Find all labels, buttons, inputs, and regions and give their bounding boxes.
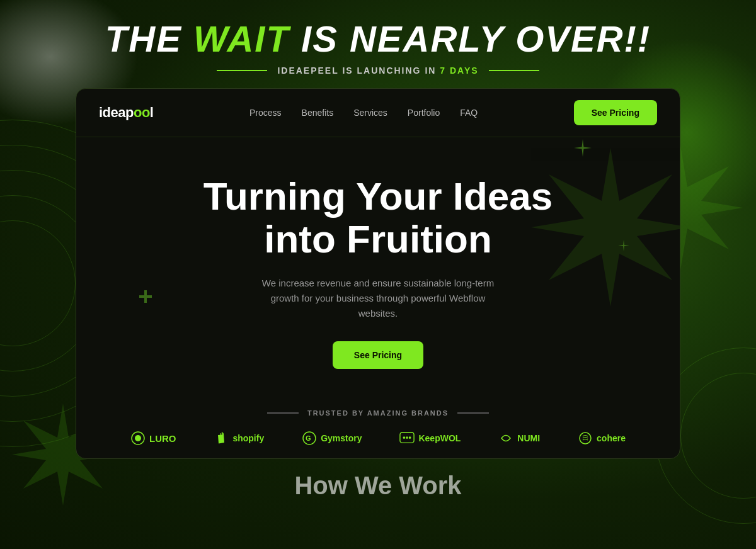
subheadline-line-right xyxy=(489,70,539,71)
nav-faq[interactable]: FAQ xyxy=(460,108,478,118)
svg-point-12 xyxy=(409,436,411,439)
brand-cohere: cohere xyxy=(578,431,626,446)
svg-point-10 xyxy=(403,436,406,439)
headline-prefix: THE xyxy=(105,18,193,59)
svg-text:G: G xyxy=(306,434,311,442)
nav-process[interactable]: Process xyxy=(249,108,282,118)
trusted-line-left xyxy=(267,412,299,414)
brand-logos: LURO shopify G Gymstory Kee xyxy=(99,431,657,446)
headline: THE WAIT IS NEARLY OVER!! xyxy=(0,19,756,59)
svg-point-11 xyxy=(406,436,409,439)
nav-services[interactable]: Services xyxy=(353,108,387,118)
nav-portfolio[interactable]: Portfolio xyxy=(408,108,440,118)
trusted-line-right xyxy=(457,412,489,414)
hero-title: Turning Your Ideas into Fruition xyxy=(101,175,655,261)
main-card: ideapool Process Benefits Services Portf… xyxy=(76,88,680,459)
subheadline-text: IDEAEPEEL IS LAUNCHING IN 7 DAYS xyxy=(277,65,478,76)
hero-subtitle: We increase revenue and ensure sustainab… xyxy=(258,276,498,321)
subheadline-line-left xyxy=(217,70,267,71)
hero-section: Turning Your Ideas into Fruition We incr… xyxy=(76,137,680,394)
navbar: ideapool Process Benefits Services Portf… xyxy=(76,89,680,137)
nav-links: Process Benefits Services Portfolio FAQ xyxy=(249,108,478,118)
trusted-label: TRUSTED BY AMAZING BRANDS xyxy=(99,409,657,417)
headline-highlight: WAIT xyxy=(193,18,290,59)
logo: ideapool xyxy=(99,105,153,121)
hero-cta-button[interactable]: See Pricing xyxy=(333,341,423,369)
svg-point-13 xyxy=(580,433,591,444)
headline-suffix: IS NEARLY OVER!! xyxy=(290,18,651,59)
brand-numi: NUMI xyxy=(498,431,540,446)
announcement-section: THE WAIT IS NEARLY OVER!! IDEAEPEEL IS L… xyxy=(0,0,756,88)
nav-benefits[interactable]: Benefits xyxy=(302,108,334,118)
svg-point-6 xyxy=(135,435,141,441)
bottom-partial-title: How We Work xyxy=(294,472,461,499)
brand-keepwol: KeepWOL xyxy=(399,431,461,446)
brand-luro: LURO xyxy=(130,431,176,446)
bottom-section: How We Work xyxy=(0,465,756,500)
subheadline: IDEAEPEEL IS LAUNCHING IN 7 DAYS xyxy=(0,65,756,76)
trusted-text: TRUSTED BY AMAZING BRANDS xyxy=(307,409,449,417)
nav-cta-button[interactable]: See Pricing xyxy=(574,100,657,125)
brand-gymstory: G Gymstory xyxy=(302,431,362,446)
trusted-section: TRUSTED BY AMAZING BRANDS LURO shopify xyxy=(76,394,680,458)
brand-shopify: shopify xyxy=(214,431,264,446)
